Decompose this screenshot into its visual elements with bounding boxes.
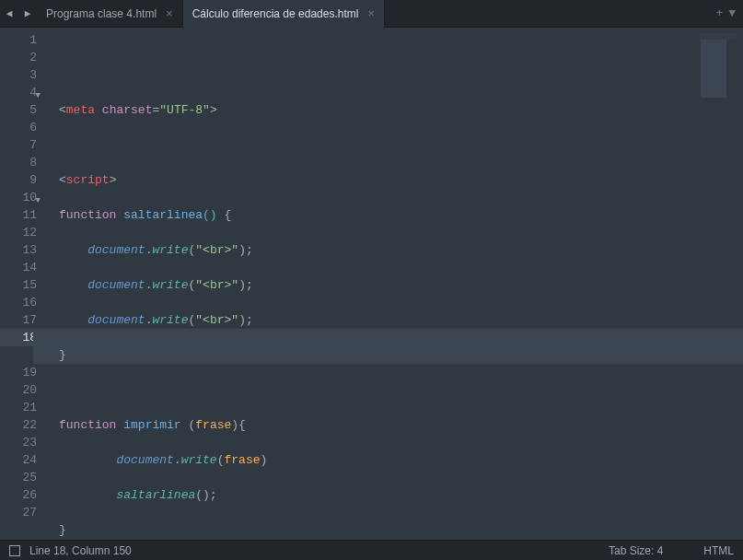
- tab-programa-clase-4[interactable]: Programa clase 4.html ×: [37, 0, 183, 28]
- line-number: 10▼: [0, 189, 37, 206]
- line-number: 14: [0, 259, 37, 276]
- close-icon[interactable]: ×: [367, 6, 375, 20]
- line-number: 12: [0, 224, 37, 241]
- line-number: 3: [0, 66, 37, 84]
- line-number: 4▼: [0, 84, 37, 101]
- fn-imprimir: imprimir: [123, 418, 180, 432]
- tabs-next-icon[interactable]: ▶: [18, 0, 37, 28]
- panel-toggle-icon[interactable]: [9, 545, 20, 556]
- tabs-actions: + ▼: [715, 6, 743, 20]
- line-number: 17: [0, 311, 37, 329]
- line-number-wrap: [0, 346, 37, 364]
- editor: 1234▼5678910▼111213141516171819202122232…: [0, 28, 743, 540]
- str-br: <br>: [203, 278, 231, 292]
- line-number: 19: [0, 364, 37, 381]
- line-number: 5: [0, 101, 37, 119]
- line-number: 23: [0, 434, 37, 451]
- tabs-menu-icon[interactable]: ▼: [728, 6, 736, 20]
- new-tab-icon[interactable]: +: [715, 6, 723, 20]
- line-number: 7: [0, 136, 37, 154]
- line-number: 15: [0, 276, 37, 294]
- line-number: 1: [0, 31, 37, 49]
- tab-calculo-diferencia[interactable]: Cálculo diferencia de edades.html ×: [183, 0, 385, 28]
- line-number: 9: [0, 171, 37, 189]
- line-number: 6: [0, 119, 37, 136]
- line-number: 16: [0, 294, 37, 311]
- line-number: 18: [0, 329, 37, 346]
- tab-label: Cálculo diferencia de edades.html: [192, 7, 359, 20]
- line-number: 13: [0, 241, 37, 259]
- line-number: 25: [0, 469, 37, 486]
- line-number: 26: [0, 486, 37, 504]
- tab-label: Programa clase 4.html: [46, 7, 157, 20]
- meta-charset: UTF-8: [167, 103, 203, 117]
- code-area[interactable]: <meta charset="UTF-8"> <script> function…: [46, 28, 743, 540]
- line-number: 21: [0, 399, 37, 416]
- str-br: <br>: [203, 313, 231, 327]
- line-number-gutter: 1234▼5678910▼111213141516171819202122232…: [0, 28, 46, 540]
- fn-saltarlinea: saltarlinea: [123, 208, 203, 222]
- line-number: 11: [0, 206, 37, 224]
- line-number: 27: [0, 504, 37, 521]
- arg-frase: frase: [224, 453, 260, 467]
- line-number: 24: [0, 451, 37, 469]
- call-saltarlinea: saltarlinea: [116, 488, 195, 502]
- line-number: 2: [0, 49, 37, 66]
- close-icon[interactable]: ×: [166, 6, 173, 20]
- tab-bar: ◀ ▶ Programa clase 4.html × Cálculo dife…: [0, 0, 743, 28]
- tabs-prev-icon[interactable]: ◀: [0, 0, 18, 28]
- str-br: <br>: [203, 243, 231, 257]
- param-frase: frase: [195, 418, 231, 432]
- line-number: 22: [0, 416, 37, 434]
- line-number: 20: [0, 381, 37, 399]
- line-number: 8: [0, 154, 37, 171]
